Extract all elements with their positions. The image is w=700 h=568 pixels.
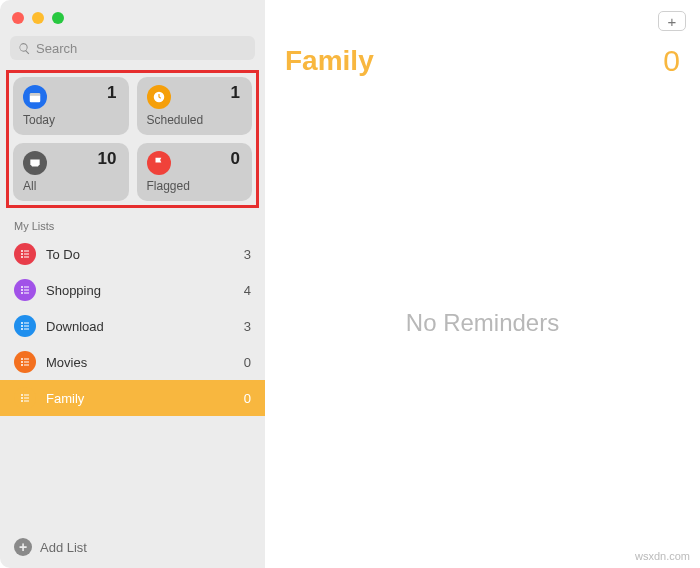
- list-header: Family 0: [265, 34, 700, 78]
- search-icon: [18, 42, 31, 55]
- svg-rect-14: [24, 293, 29, 294]
- flag-icon: [147, 151, 171, 175]
- svg-rect-12: [24, 290, 29, 291]
- svg-rect-18: [24, 326, 29, 327]
- card-all-count: 10: [98, 149, 117, 169]
- add-list-button[interactable]: + Add List: [0, 526, 265, 568]
- list-item-count: 0: [244, 391, 251, 406]
- window-controls: [0, 0, 265, 32]
- list-item-label: Download: [46, 319, 234, 334]
- calendar-icon: [23, 85, 47, 109]
- card-all-label: All: [23, 179, 119, 193]
- card-flagged-label: Flagged: [147, 179, 243, 193]
- card-today[interactable]: 1 Today: [13, 77, 129, 135]
- toolbar: +: [265, 0, 700, 34]
- list-item[interactable]: Shopping 4: [0, 272, 265, 308]
- card-flagged-count: 0: [231, 149, 240, 169]
- list-item-count: 3: [244, 247, 251, 262]
- add-reminder-button[interactable]: +: [658, 11, 686, 31]
- list-icon: [14, 351, 36, 373]
- svg-point-13: [21, 292, 23, 294]
- svg-rect-20: [24, 329, 29, 330]
- section-label-my-lists: My Lists: [0, 214, 265, 236]
- lists: To Do 3 Shopping 4 Download 3 Movies 0 F…: [0, 236, 265, 526]
- list-item[interactable]: To Do 3: [0, 236, 265, 272]
- list-icon: [14, 387, 36, 409]
- plus-icon: +: [14, 538, 32, 556]
- list-icon: [14, 243, 36, 265]
- clock-icon: [147, 85, 171, 109]
- close-icon[interactable]: [12, 12, 24, 24]
- empty-state: No Reminders: [265, 78, 700, 568]
- svg-rect-10: [24, 287, 29, 288]
- svg-rect-8: [24, 257, 29, 258]
- card-today-count: 1: [107, 83, 116, 103]
- svg-rect-30: [24, 398, 29, 399]
- svg-rect-26: [24, 365, 29, 366]
- svg-point-21: [21, 358, 23, 360]
- svg-rect-4: [24, 251, 29, 252]
- list-item-label: Movies: [46, 355, 234, 370]
- list-item-label: To Do: [46, 247, 234, 262]
- svg-point-9: [21, 286, 23, 288]
- svg-point-5: [21, 253, 23, 255]
- search-input[interactable]: Search: [10, 36, 255, 60]
- card-scheduled[interactable]: 1 Scheduled: [137, 77, 253, 135]
- card-scheduled-count: 1: [231, 83, 240, 103]
- svg-point-15: [21, 322, 23, 324]
- svg-point-19: [21, 328, 23, 330]
- svg-point-23: [21, 361, 23, 363]
- list-count: 0: [663, 44, 680, 78]
- list-item-label: Family: [46, 391, 234, 406]
- card-flagged[interactable]: 0 Flagged: [137, 143, 253, 201]
- svg-rect-22: [24, 359, 29, 360]
- svg-point-25: [21, 364, 23, 366]
- list-item-label: Shopping: [46, 283, 234, 298]
- search-placeholder: Search: [36, 41, 77, 56]
- list-title: Family: [285, 45, 374, 77]
- list-icon: [14, 279, 36, 301]
- list-item-count: 3: [244, 319, 251, 334]
- svg-point-31: [21, 400, 23, 402]
- list-icon: [14, 315, 36, 337]
- svg-rect-16: [24, 323, 29, 324]
- svg-point-17: [21, 325, 23, 327]
- svg-point-11: [21, 289, 23, 291]
- svg-point-7: [21, 256, 23, 258]
- svg-point-27: [21, 394, 23, 396]
- fullscreen-icon[interactable]: [52, 12, 64, 24]
- list-item[interactable]: Movies 0: [0, 344, 265, 380]
- svg-rect-6: [24, 254, 29, 255]
- card-scheduled-label: Scheduled: [147, 113, 243, 127]
- list-item-count: 0: [244, 355, 251, 370]
- list-item[interactable]: Family 0: [0, 380, 265, 416]
- main-pane: + Family 0 No Reminders wsxdn.com: [265, 0, 700, 568]
- smart-lists-highlight: 1 Today 1 Scheduled 10 All: [6, 70, 259, 208]
- watermark: wsxdn.com: [635, 550, 690, 562]
- add-list-label: Add List: [40, 540, 87, 555]
- svg-point-3: [21, 250, 23, 252]
- smart-lists: 1 Today 1 Scheduled 10 All: [13, 77, 252, 201]
- card-all[interactable]: 10 All: [13, 143, 129, 201]
- plus-icon: +: [668, 13, 677, 30]
- svg-rect-1: [30, 93, 41, 96]
- svg-rect-28: [24, 395, 29, 396]
- minimize-icon[interactable]: [32, 12, 44, 24]
- list-item[interactable]: Download 3: [0, 308, 265, 344]
- svg-rect-24: [24, 362, 29, 363]
- tray-icon: [23, 151, 47, 175]
- card-today-label: Today: [23, 113, 119, 127]
- window: Search 1 Today 1 Scheduled: [0, 0, 700, 568]
- sidebar: Search 1 Today 1 Scheduled: [0, 0, 265, 568]
- svg-point-29: [21, 397, 23, 399]
- list-item-count: 4: [244, 283, 251, 298]
- svg-rect-32: [24, 401, 29, 402]
